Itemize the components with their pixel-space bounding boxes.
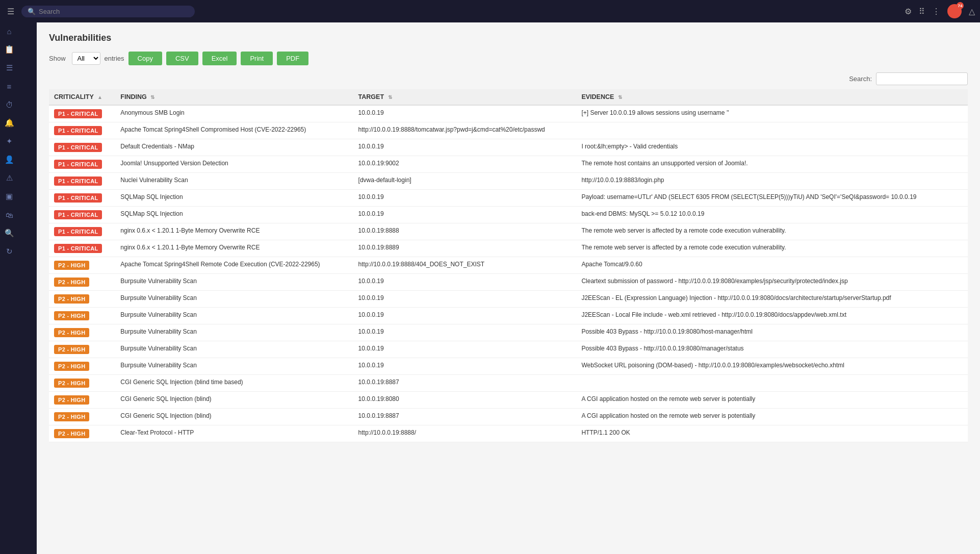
table-row: P2 - HIGHBurpsuite Vulnerability Scan10.… (49, 358, 968, 375)
criticality-cell: P2 - HIGH (49, 358, 115, 375)
criticality-cell: P2 - HIGH (49, 291, 115, 308)
finding-cell: Apache Tomcat Spring4Shell Compromised H… (115, 122, 353, 139)
avatar[interactable]: 74 (947, 4, 962, 18)
sidebar-item-list[interactable]: ☰ (2, 60, 17, 75)
criticality-cell: P2 - HIGH (49, 274, 115, 291)
target-cell: 10.0.0.19 (353, 274, 577, 291)
sidebar-item-clock[interactable]: ⏱ (2, 97, 17, 112)
dots-icon[interactable]: ⋮ (932, 7, 940, 16)
table-row: P2 - HIGHCGI Generic SQL Injection (blin… (49, 392, 968, 409)
evidence-cell: Cleartext submission of password - http:… (576, 274, 968, 291)
criticality-cell: P1 - CRITICAL (49, 156, 115, 173)
criticality-cell: P1 - CRITICAL (49, 240, 115, 257)
evidence-cell: [+] Server 10.0.0.19 allows sessions usi… (576, 105, 968, 122)
print-button[interactable]: Print (241, 52, 273, 65)
search-icon: 🔍 (28, 8, 36, 15)
criticality-badge: P2 - HIGH (54, 294, 89, 304)
grid-icon[interactable]: ⠿ (919, 7, 925, 16)
sidebar-item-bell[interactable]: 🔔 (2, 115, 17, 131)
table-search-input[interactable] (876, 72, 968, 85)
show-select[interactable]: All 10 25 50 100 (72, 52, 100, 65)
sidebar-item-box[interactable]: ▣ (2, 189, 17, 204)
sidebar-item-users[interactable]: 👤 (2, 152, 17, 167)
criticality-cell: P1 - CRITICAL (49, 139, 115, 156)
criticality-cell: P1 - CRITICAL (49, 122, 115, 139)
show-label: Show (49, 55, 66, 62)
criticality-badge: P2 - HIGH (54, 429, 89, 438)
finding-cell: Joomla! Unsupported Version Detection (115, 156, 353, 173)
criticality-badge: P2 - HIGH (54, 395, 89, 405)
col-target-label: TARGET (358, 93, 384, 100)
table-header: CRITICALITY ▲ FINDING ⇅ TARGET ⇅ EVIDENC… (49, 89, 968, 105)
criticality-badge: P1 - CRITICAL (54, 177, 102, 186)
table-row: P2 - HIGHCGI Generic SQL Injection (blin… (49, 409, 968, 425)
table-row: P2 - HIGHBurpsuite Vulnerability Scan10.… (49, 324, 968, 341)
sidebar-item-bullets[interactable]: ≡ (2, 79, 17, 94)
finding-cell: Anonymous SMB Login (115, 105, 353, 122)
copy-button[interactable]: Copy (128, 52, 162, 65)
col-criticality[interactable]: CRITICALITY ▲ (49, 89, 115, 105)
table-row: P2 - HIGHBurpsuite Vulnerability Scan10.… (49, 341, 968, 358)
criticality-cell: P2 - HIGH (49, 341, 115, 358)
menu-icon[interactable]: ☰ (5, 5, 16, 18)
finding-cell: Burpsuite Vulnerability Scan (115, 291, 353, 308)
criticality-badge: P2 - HIGH (54, 412, 89, 421)
table-body: P1 - CRITICALAnonymous SMB Login10.0.0.1… (49, 105, 968, 442)
topbar-right: ⚙ ⠿ ⋮ 74 △ (905, 4, 975, 18)
col-target[interactable]: TARGET ⇅ (353, 89, 577, 105)
table-controls: Search: (49, 72, 968, 85)
target-cell: 10.0.0.19 (353, 139, 577, 156)
sidebar-item-document[interactable]: 📋 (2, 42, 17, 57)
criticality-cell: P1 - CRITICAL (49, 223, 115, 240)
csv-button[interactable]: CSV (166, 52, 198, 65)
evidence-cell: Apache Tomcat/9.0.60 (576, 257, 968, 274)
evidence-cell: Payload: username=UTLr' AND (SELECT 6305… (576, 190, 968, 207)
sort-target-icon: ⇅ (388, 94, 392, 100)
evidence-cell: http://10.0.0.19:8883/login.php (576, 173, 968, 190)
table-header-row: CRITICALITY ▲ FINDING ⇅ TARGET ⇅ EVIDENC… (49, 89, 968, 105)
excel-button[interactable]: Excel (202, 52, 237, 65)
col-evidence[interactable]: EVIDENCE ⇅ (576, 89, 968, 105)
table-row: P1 - CRITICALDefault Credentials - NMap1… (49, 139, 968, 156)
page-title: Vulnerabilities (49, 33, 968, 43)
evidence-cell: A CGI application hosted on the remote w… (576, 392, 968, 409)
criticality-badge: P1 - CRITICAL (54, 210, 102, 219)
criticality-badge: P1 - CRITICAL (54, 109, 102, 118)
user-icon[interactable]: △ (969, 7, 975, 16)
col-finding[interactable]: FINDING ⇅ (115, 89, 353, 105)
sidebar-item-star[interactable]: ✦ (2, 134, 17, 149)
criticality-badge: P2 - HIGH (54, 261, 89, 270)
table-row: P1 - CRITICALnginx 0.6.x < 1.20.1 1-Byte… (49, 240, 968, 257)
search-box: 🔍 (21, 6, 195, 17)
target-cell: 10.0.0.19:8887 (353, 409, 577, 425)
table-row: P1 - CRITICALAnonymous SMB Login10.0.0.1… (49, 105, 968, 122)
evidence-cell (576, 375, 968, 392)
col-criticality-label: CRITICALITY (54, 93, 94, 100)
criticality-badge: P1 - CRITICAL (54, 193, 102, 203)
criticality-badge: P1 - CRITICAL (54, 160, 102, 169)
evidence-cell: The remote host contains an unsupported … (576, 156, 968, 173)
criticality-badge: P2 - HIGH (54, 278, 89, 287)
table-search-label: Search: (849, 75, 872, 83)
search-input[interactable] (39, 8, 189, 15)
pdf-button[interactable]: PDF (277, 52, 308, 65)
sidebar-item-home[interactable]: ⌂ (2, 23, 17, 39)
finding-cell: CGI Generic SQL Injection (blind time ba… (115, 375, 353, 392)
target-cell: http://10.0.0.19:8888/tomcatwar.jsp?pwd=… (353, 122, 577, 139)
sidebar-item-search[interactable]: 🔍 (2, 225, 17, 241)
evidence-cell: J2EEScan - Local File include - web.xml … (576, 308, 968, 324)
criticality-cell: P2 - HIGH (49, 324, 115, 341)
criticality-badge: P2 - HIGH (54, 379, 89, 388)
finding-cell: CGI Generic SQL Injection (blind) (115, 392, 353, 409)
sidebar-item-warning[interactable]: ⚠ (2, 170, 17, 186)
evidence-cell: Possible 403 Bypass - http://10.0.0.19:8… (576, 324, 968, 341)
sidebar-item-shop[interactable]: 🛍 (2, 207, 17, 222)
table-row: P2 - HIGHBurpsuite Vulnerability Scan10.… (49, 308, 968, 324)
settings-icon[interactable]: ⚙ (905, 7, 912, 16)
finding-cell: Apache Tomcat Spring4Shell Remote Code E… (115, 257, 353, 274)
sort-finding-icon: ⇅ (150, 94, 154, 100)
sidebar-item-refresh[interactable]: ↻ (2, 244, 17, 259)
finding-cell: Burpsuite Vulnerability Scan (115, 324, 353, 341)
notification-badge: 74 (957, 2, 964, 9)
evidence-cell: The remote web server is affected by a r… (576, 240, 968, 257)
